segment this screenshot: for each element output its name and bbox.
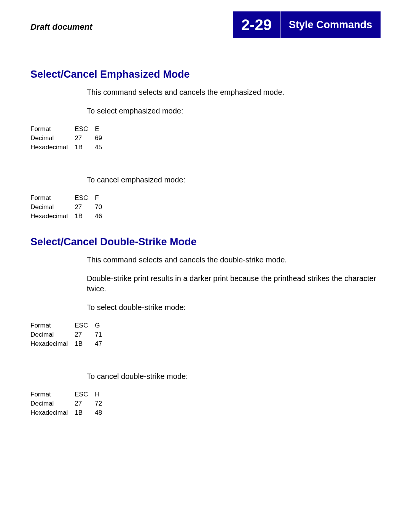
- row-col1: ESC: [75, 321, 95, 330]
- row-label: Format: [30, 321, 75, 330]
- row-label: Format: [30, 193, 75, 203]
- row-col2: 70: [95, 203, 109, 212]
- row-col1: 27: [75, 330, 95, 339]
- header-right: 2-29 Style Commands: [233, 11, 381, 38]
- page: Draft document 2-29 Style Commands Selec…: [0, 0, 411, 463]
- row-col2: 69: [95, 134, 109, 143]
- section-intro: This command selects and cancels the emp…: [87, 87, 381, 97]
- row-col2: 46: [95, 212, 109, 221]
- code-table: Format ESC E Decimal 27 69 Hexadecimal 1…: [30, 125, 109, 152]
- row-col2: G: [95, 321, 109, 330]
- row-label: Decimal: [30, 399, 75, 408]
- table-row: Hexadecimal 1B 47: [30, 339, 109, 348]
- row-label: Decimal: [30, 203, 75, 212]
- row-col1: 27: [75, 134, 95, 143]
- table-row: Hexadecimal 1B 45: [30, 143, 109, 152]
- row-col2: 72: [95, 399, 109, 408]
- row-col1: 1B: [75, 212, 95, 221]
- row-label: Format: [30, 125, 75, 134]
- row-label: Format: [30, 390, 75, 399]
- block-caption: To select double-strike mode:: [87, 302, 381, 313]
- table-row: Decimal 27 71: [30, 330, 109, 339]
- draft-label: Draft document: [30, 22, 92, 32]
- row-col2: H: [95, 390, 109, 399]
- block-caption: To select emphasized mode:: [87, 106, 381, 116]
- table-row: Format ESC G: [30, 321, 109, 330]
- table-row: Hexadecimal 1B 48: [30, 408, 109, 417]
- row-col1: ESC: [75, 193, 95, 203]
- table-row: Hexadecimal 1B 46: [30, 212, 109, 221]
- row-label: Hexadecimal: [30, 339, 75, 348]
- table-row: Decimal 27 69: [30, 134, 109, 143]
- row-col2: E: [95, 125, 109, 134]
- chapter-title-box: Style Commands: [280, 11, 381, 38]
- row-label: Decimal: [30, 330, 75, 339]
- row-col2: F: [95, 193, 109, 203]
- row-label: Hexadecimal: [30, 408, 75, 417]
- row-label: Decimal: [30, 134, 75, 143]
- table-row: Decimal 27 70: [30, 203, 109, 212]
- code-table: Format ESC G Decimal 27 71 Hexadecimal 1…: [30, 321, 109, 348]
- row-col1: 27: [75, 203, 95, 212]
- code-table: Format ESC F Decimal 27 70 Hexadecimal 1…: [30, 193, 109, 221]
- row-col1: 1B: [75, 143, 95, 152]
- section-heading-emphasized: Select/Cancel Emphasized Mode: [30, 69, 381, 80]
- block-caption: To cancel emphasized mode:: [87, 175, 381, 185]
- row-col1: 1B: [75, 339, 95, 348]
- table-row: Format ESC H: [30, 390, 109, 399]
- table-row: Decimal 27 72: [30, 399, 109, 408]
- row-col2: 45: [95, 143, 109, 152]
- table-row: Format ESC E: [30, 125, 109, 134]
- row-col1: 27: [75, 399, 95, 408]
- row-col1: ESC: [75, 125, 95, 134]
- code-table: Format ESC H Decimal 27 72 Hexadecimal 1…: [30, 390, 109, 417]
- page-header: Draft document 2-29 Style Commands: [30, 11, 381, 38]
- row-col2: 48: [95, 408, 109, 417]
- section-heading-double-strike: Select/Cancel Double-Strike Mode: [30, 236, 381, 248]
- row-col2: 47: [95, 339, 109, 348]
- block-caption: To cancel double-strike mode:: [87, 371, 381, 382]
- row-col1: ESC: [75, 390, 95, 399]
- row-col2: 71: [95, 330, 109, 339]
- section-extra: Double-strike print results in a darker …: [87, 273, 381, 294]
- section-intro: This command selects and cancels the dou…: [87, 255, 381, 265]
- row-label: Hexadecimal: [30, 143, 75, 152]
- row-label: Hexadecimal: [30, 212, 75, 221]
- page-number-box: 2-29: [233, 11, 280, 38]
- row-col1: 1B: [75, 408, 95, 417]
- table-row: Format ESC F: [30, 193, 109, 203]
